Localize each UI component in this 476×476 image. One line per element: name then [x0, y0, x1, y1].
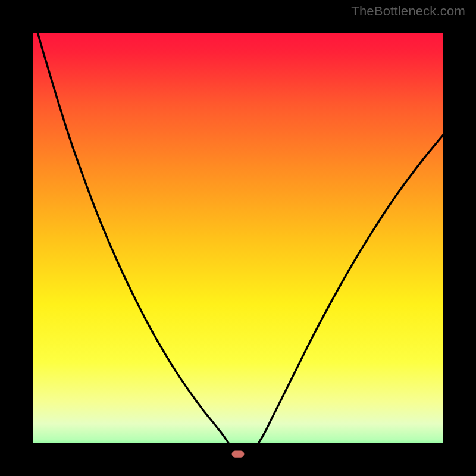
bottleneck-chart: [0, 0, 476, 476]
plot-background: [17, 17, 459, 459]
watermark: TheBottleneck.com: [351, 4, 465, 19]
optimal-point-marker: [232, 450, 245, 457]
